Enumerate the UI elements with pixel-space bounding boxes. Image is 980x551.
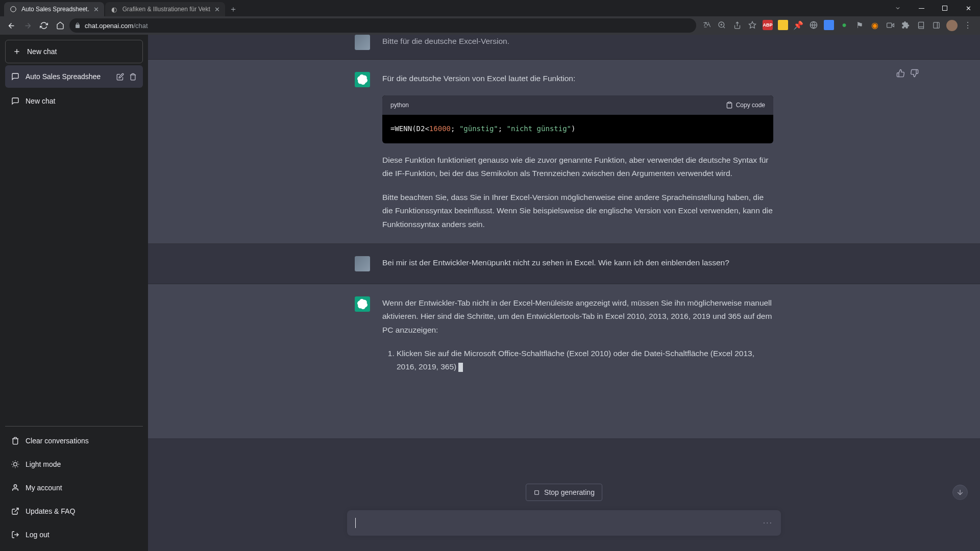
streaming-cursor-icon — [458, 363, 463, 372]
url-input[interactable]: chat.openai.com/chat — [69, 18, 696, 33]
trash-icon[interactable] — [129, 73, 137, 81]
kebab-menu-icon[interactable]: ⋮ — [963, 20, 973, 30]
input-more-icon[interactable]: ··· — [763, 518, 773, 528]
footer-label: Light mode — [26, 460, 61, 468]
stop-icon — [533, 489, 540, 496]
code-content: =WENN(D2<16000; "günstig"; "nicht günsti… — [382, 115, 773, 143]
thumbs-up-icon[interactable] — [896, 69, 905, 78]
edit-icon[interactable] — [116, 73, 124, 81]
browser-tab-active[interactable]: Auto Sales Spreadsheet. ✕ — [4, 2, 104, 16]
chat-item-label: New chat — [26, 97, 137, 105]
code-language-label: python — [390, 100, 409, 110]
external-link-icon — [11, 507, 19, 515]
extension-blue-icon[interactable] — [824, 20, 834, 30]
forward-button[interactable] — [20, 18, 35, 33]
code-block: python Copy code =WENN(D2<16000; "günsti… — [382, 95, 773, 143]
message-row-assistant: Für die deutsche Version von Excel laute… — [148, 60, 980, 244]
user-icon — [11, 484, 19, 492]
reload-button[interactable] — [37, 18, 51, 33]
address-bar: chat.openai.com/chat ABP 📌 ● ⚑ ◉ — [0, 16, 980, 35]
message-input[interactable]: ··· — [347, 510, 781, 536]
translate-icon[interactable] — [701, 20, 712, 30]
star-icon[interactable] — [747, 20, 757, 30]
extension-flag-icon[interactable]: ⚑ — [854, 20, 865, 30]
svg-line-18 — [15, 508, 18, 512]
svg-rect-1 — [943, 6, 947, 11]
close-icon[interactable]: ✕ — [93, 6, 99, 13]
message-row-assistant: Wenn der Entwickler-Tab nicht in der Exc… — [148, 284, 980, 438]
svg-point-8 — [14, 463, 17, 466]
back-button[interactable] — [4, 18, 18, 33]
extension-pin-icon[interactable]: 📌 — [793, 20, 803, 30]
main-content: Bitte für die deutsche Excel-Version. — [148, 35, 980, 551]
my-account-button[interactable]: My account — [5, 477, 143, 499]
sun-icon — [11, 460, 19, 468]
chat-icon — [11, 72, 19, 81]
extension-camera-icon[interactable] — [885, 20, 895, 30]
svg-line-16 — [17, 462, 18, 462]
footer-label: Log out — [26, 531, 50, 539]
text-caret — [355, 518, 356, 528]
chat-history-item[interactable]: Auto Sales Spreadshee — [5, 65, 143, 88]
openai-favicon-icon — [9, 5, 17, 13]
list-item: Klicken Sie auf die Microsoft Office-Sch… — [397, 347, 773, 374]
message-text: Diese Funktion funktioniert genauso wie … — [382, 154, 773, 181]
footer-label: Clear conversations — [26, 437, 89, 445]
logout-icon — [11, 531, 19, 539]
thumbs-down-icon[interactable] — [910, 69, 919, 78]
assistant-avatar — [355, 296, 370, 312]
message-row-user: Bitte für die deutsche Excel-Version. — [148, 35, 980, 60]
clear-conversations-button[interactable]: Clear conversations — [5, 430, 143, 452]
chat-item-label: Auto Sales Spreadshee — [26, 72, 110, 81]
tab-search-icon[interactable] — [886, 0, 910, 16]
sidepanel-icon[interactable] — [931, 20, 941, 30]
dark-favicon-icon: ◐ — [110, 5, 118, 13]
maximize-button[interactable] — [933, 0, 957, 16]
assistant-avatar — [355, 72, 370, 87]
message-text: Bitte für die deutsche Excel-Version. — [382, 35, 773, 50]
zoom-icon[interactable] — [717, 20, 727, 30]
minimize-button[interactable] — [910, 0, 933, 16]
message-text: Wenn der Entwickler-Tab nicht in der Exc… — [382, 296, 773, 337]
chat-history-item[interactable]: New chat — [5, 90, 143, 112]
svg-line-15 — [13, 466, 13, 467]
svg-point-0 — [11, 7, 16, 12]
url-text: chat.openai.com/chat — [85, 22, 148, 30]
close-icon[interactable]: ✕ — [214, 6, 220, 13]
message-text: Bei mir ist der Entwickler-Menüpunkt nic… — [382, 256, 773, 271]
copy-code-button[interactable]: Copy code — [726, 100, 765, 110]
new-chat-label: New chat — [27, 47, 57, 56]
profile-avatar[interactable] — [946, 20, 958, 31]
extension-green-icon[interactable]: ● — [839, 20, 849, 30]
new-chat-button[interactable]: New chat — [5, 40, 143, 63]
logout-button[interactable]: Log out — [5, 523, 143, 546]
new-tab-button[interactable]: ＋ — [226, 2, 240, 16]
light-mode-button[interactable]: Light mode — [5, 453, 143, 475]
svg-line-11 — [13, 462, 13, 462]
updates-faq-button[interactable]: Updates & FAQ — [5, 500, 143, 522]
lock-icon — [75, 22, 81, 29]
stop-generating-button[interactable]: Stop generating — [526, 484, 602, 501]
extensions-puzzle-icon[interactable] — [900, 20, 911, 30]
reading-list-icon[interactable] — [916, 20, 926, 30]
extension-notes-icon[interactable] — [778, 20, 788, 30]
window-titlebar: Auto Sales Spreadsheet. ✕ ◐ Grafiken & I… — [0, 0, 980, 16]
sidebar: New chat Auto Sales Spreadshee New chat — [0, 35, 148, 551]
footer-label: My account — [26, 484, 62, 492]
window-close-button[interactable]: ✕ — [957, 0, 980, 16]
svg-rect-5 — [933, 22, 939, 28]
svg-line-12 — [17, 466, 18, 467]
plus-icon — [13, 47, 21, 56]
extension-adblock-icon[interactable]: ABP — [763, 20, 773, 30]
message-text: Bitte beachten Sie, dass Sie in Ihrer Ex… — [382, 191, 773, 231]
trash-icon — [11, 437, 19, 445]
share-icon[interactable] — [732, 20, 742, 30]
extension-globe-icon[interactable] — [808, 20, 819, 30]
extension-orange-icon[interactable]: ◉ — [870, 20, 880, 30]
svg-rect-20 — [728, 102, 730, 103]
browser-tab-inactive[interactable]: ◐ Grafiken & Illustrationen für Vekt ✕ — [105, 2, 225, 16]
svg-marker-3 — [749, 21, 755, 28]
tab-title: Grafiken & Illustrationen für Vekt — [122, 6, 210, 13]
home-button[interactable] — [53, 18, 67, 33]
user-avatar — [355, 35, 370, 50]
